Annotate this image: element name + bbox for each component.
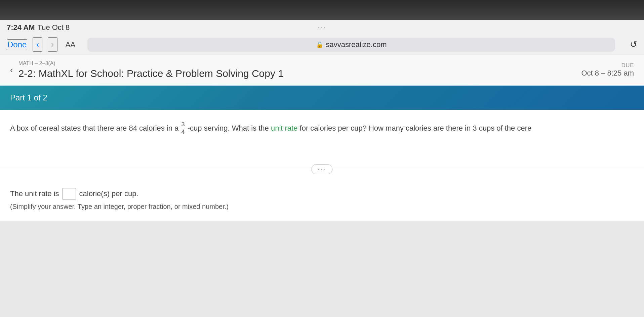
title-area: MATH – 2–3(A) 2-2: MathXL for School: Pr… — [18, 60, 284, 79]
due-area: DUE Oct 8 – 8:25 am — [581, 62, 634, 78]
part-header: Part 1 of 2 — [0, 86, 644, 110]
browser-toolbar: Done ‹ › AA 🔒 savvasrealize.com ↺ — [0, 35, 644, 54]
done-button[interactable]: Done — [7, 39, 27, 50]
back-button[interactable]: ‹ — [33, 37, 42, 52]
fraction-denominator: 4 — [182, 128, 185, 135]
assignment-back-button[interactable]: ‹ — [10, 65, 13, 75]
answer-hint: (Simplify your answer. Type an integer, … — [10, 203, 634, 211]
question-area: A box of cereal states that there are 84… — [0, 110, 644, 164]
due-label: DUE — [581, 62, 634, 69]
status-time: 7:24 AM — [7, 23, 35, 32]
answer-input[interactable] — [63, 188, 76, 199]
answer-row: The unit rate is calorie(s) per cup. — [10, 188, 634, 199]
due-date: Oct 8 – 8:25 am — [581, 69, 634, 78]
status-bar: 7:24 AM Tue Oct 8 ··· — [0, 20, 644, 35]
assignment-header: ‹ MATH – 2–3(A) 2-2: MathXL for School: … — [0, 54, 644, 86]
question-text-after-highlight: for calories per cup? How many calories … — [300, 124, 532, 132]
question-text: A box of cereal states that there are 84… — [10, 122, 634, 136]
address-bar[interactable]: 🔒 savvasrealize.com — [87, 38, 615, 52]
expand-button[interactable]: ··· — [311, 164, 332, 174]
camera-bar — [0, 0, 644, 20]
url-text: savvasrealize.com — [326, 40, 387, 49]
question-text-after-fraction: -cup serving. What is the — [188, 124, 269, 132]
status-dots: ··· — [317, 24, 326, 31]
forward-button[interactable]: › — [48, 37, 57, 52]
question-highlight: unit rate — [271, 124, 298, 132]
fraction-numerator: 3 — [182, 121, 185, 128]
answer-area: The unit rate is calorie(s) per cup. (Si… — [0, 175, 644, 221]
assignment-title: 2-2: MathXL for School: Practice & Probl… — [18, 68, 284, 79]
course-label: MATH – 2–3(A) — [18, 60, 284, 66]
lock-icon: 🔒 — [316, 41, 323, 48]
refresh-button[interactable]: ↺ — [630, 39, 637, 50]
unit-rate-suffix: calorie(s) per cup. — [79, 189, 138, 198]
font-size-button[interactable]: AA — [66, 40, 75, 49]
part-label: Part 1 of 2 — [10, 93, 47, 102]
question-text-before: A box of cereal states that there are 84… — [10, 124, 178, 132]
main-content: ‹ MATH – 2–3(A) 2-2: MathXL for School: … — [0, 54, 644, 221]
status-date: Tue Oct 8 — [38, 23, 70, 32]
unit-rate-prefix: The unit rate is — [10, 189, 59, 198]
separator: ··· — [0, 164, 644, 175]
fraction: 3 4 — [182, 121, 185, 135]
